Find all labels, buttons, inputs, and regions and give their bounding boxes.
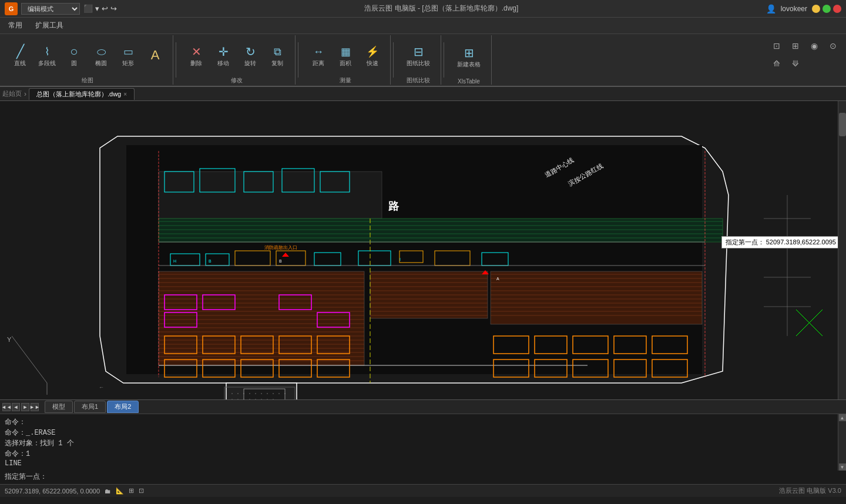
titlebar: G 编辑模式 ⬛ ▾ ↩ ↪ 浩辰云图 电脑版 - [总图（落上新地库轮廓）.d… — [0, 0, 846, 18]
maximize-button[interactable] — [822, 5, 831, 13]
tool-move[interactable]: ✛ 移动 — [210, 39, 236, 72]
xls-group-label: XlsTable — [458, 78, 480, 85]
doc-tab-main[interactable]: 总图（落上新地库轮廓）.dwg × — [29, 88, 135, 100]
titlebar-left: G 编辑模式 ⬛ ▾ ↩ ↪ — [5, 2, 117, 15]
tool-distance[interactable]: ↔ 距离 — [306, 39, 331, 72]
svg-text:消防疏散出入口: 消防疏散出入口 — [264, 245, 297, 250]
layout-tabbar: ◄◄ ◄ ► ►► 模型 布局1 布局2 — [0, 399, 846, 414]
scroll-up-btn[interactable]: ▲ — [839, 414, 846, 421]
canvas-vscroll[interactable] — [838, 101, 846, 399]
extra-btn-5[interactable]: ⟰ — [768, 55, 785, 72]
layout-tab-2[interactable]: 布局2 — [107, 401, 139, 413]
cmdline-input-row: 指定第一点： — [0, 471, 846, 484]
draw-tools: ╱ 直线 ⌇ 多段线 ○ 圆 ⬭ 椭圆 ▭ 矩形 — [7, 35, 168, 75]
toolbar-icon-4[interactable]: ↪ — [110, 4, 117, 13]
menu-common[interactable]: 常用 — [2, 19, 28, 32]
doc-tab-title: 总图（落上新地库轮廓）.dwg — [36, 90, 121, 99]
tool-newtable[interactable]: ⊞ 新建表格 — [451, 40, 486, 73]
svg-point-126 — [255, 393, 256, 394]
toolbar-icon-2[interactable]: ▾ — [95, 4, 99, 13]
separator-1 — [176, 42, 176, 78]
doc-tabbar: 起始页 › 总图（落上新地库轮廓）.dwg × — [0, 87, 846, 101]
tool-text[interactable]: A — [142, 39, 168, 72]
close-button[interactable] — [833, 5, 841, 13]
cmdline-area: 命令： 命令：_.ERASE 选择对象：找到 1 个 命令：1 LINE ▲ ▼… — [0, 414, 846, 484]
svg-point-128 — [267, 393, 268, 394]
menubar: 常用 扩展工具 — [0, 18, 846, 34]
tool-area[interactable]: ▦ 面积 — [333, 39, 358, 72]
polyline-label: 多段线 — [38, 60, 56, 67]
layout-tab-nav: ◄◄ ◄ ► ►► — [2, 403, 39, 411]
modify-tools: ✕ 删除 ✛ 移动 ↻ 旋转 ⧉ 复制 — [183, 35, 290, 75]
toolbar-icon-3[interactable]: ↩ — [102, 4, 108, 13]
canvas-scroll-thumb[interactable] — [839, 113, 846, 136]
cmd-line-5: 命令：1 — [5, 449, 833, 459]
minimize-button[interactable] — [812, 5, 820, 13]
extra-btn-6[interactable]: ⟱ — [787, 55, 804, 72]
menu-extend[interactable]: 扩展工具 — [29, 19, 69, 32]
ribbon-content: ╱ 直线 ⌇ 多段线 ○ 圆 ⬭ 椭圆 ▭ 矩形 — [0, 34, 846, 86]
svg-text:B: B — [279, 259, 282, 263]
measure-tools: ↔ 距离 ▦ 面积 ⚡ 快速 — [306, 35, 385, 75]
svg-rect-56 — [159, 219, 723, 242]
nav-last[interactable]: ►► — [31, 403, 39, 411]
tool-circle[interactable]: ○ 圆 — [61, 39, 87, 72]
layout-tab-model[interactable]: 模型 — [45, 401, 73, 413]
extra-btn-2[interactable]: ⊞ — [787, 38, 804, 54]
tool-polyline[interactable]: ⌇ 多段线 — [34, 39, 60, 72]
doc-tab-close[interactable]: × — [123, 91, 127, 98]
mode-selector[interactable]: 编辑模式 — [21, 3, 80, 15]
status-icon-2[interactable]: 📐 — [116, 487, 124, 495]
tool-rect[interactable]: ▭ 矩形 — [115, 39, 141, 72]
separator-4 — [444, 42, 444, 78]
ribbon-extras: ⊡ ⊞ ◉ ⊙ ⟰ ⟱ — [766, 35, 844, 85]
compare-label: 图纸比较 — [407, 60, 430, 67]
ellipse-icon: ⬭ — [93, 43, 109, 60]
nav-first[interactable]: ◄◄ — [2, 403, 11, 411]
tool-copy[interactable]: ⧉ 复制 — [264, 39, 290, 72]
svg-rect-55 — [159, 172, 382, 219]
ribbon-group-draw: ╱ 直线 ⌇ 多段线 ○ 圆 ⬭ 椭圆 ▭ 矩形 — [2, 35, 173, 85]
toolbar-icon-1[interactable]: ⬛ — [83, 4, 93, 13]
tool-rotate[interactable]: ↻ 旋转 — [237, 39, 263, 72]
cmdline-input[interactable] — [47, 473, 841, 481]
svg-rect-108 — [244, 389, 285, 399]
move-label: 移动 — [217, 60, 229, 67]
status-icon-4[interactable]: ⊡ — [139, 487, 144, 495]
cmd-line-2: 命令： — [5, 417, 833, 427]
nav-next[interactable]: ► — [21, 403, 29, 411]
status-icon-3[interactable]: ⊞ — [129, 487, 134, 495]
circle-icon: ○ — [66, 43, 82, 60]
rotate-icon: ↻ — [242, 43, 258, 60]
scroll-down-btn[interactable]: ▼ — [839, 463, 846, 471]
canvas-area[interactable]: 中 交 路 滨按公路红线 道路中心线 — [0, 101, 846, 399]
compare-icon: ⊟ — [410, 43, 427, 60]
ribbon: ╱ 直线 ⌇ 多段线 ○ 圆 ⬭ 椭圆 ▭ 矩形 — [0, 34, 846, 87]
extra-btn-4[interactable]: ⊙ — [825, 38, 841, 54]
rotate-label: 旋转 — [244, 60, 256, 67]
window-controls — [812, 5, 841, 13]
tool-quick[interactable]: ⚡ 快速 — [360, 39, 385, 72]
tool-line[interactable]: ╱ 直线 — [7, 39, 33, 72]
tool-ellipse[interactable]: ⬭ 椭圆 — [88, 39, 114, 72]
status-icon-1[interactable]: 🖿 — [105, 488, 111, 495]
tool-compare[interactable]: ⊟ 图纸比较 — [401, 39, 436, 72]
title-text: 浩辰云图 电脑版 - [总图（落上新地库轮廓）.dwg] — [117, 4, 766, 14]
coord-tooltip: 指定第一点： 52097.3189,65222.0095 — [721, 236, 840, 248]
statusbar-brand: 浩辰云图 电脑版 V3.0 — [779, 486, 841, 495]
nav-prev[interactable]: ◄ — [12, 403, 20, 411]
quick-label: 快速 — [367, 60, 378, 67]
layout-tab-1[interactable]: 布局1 — [74, 401, 106, 413]
cmdline-scrollbar[interactable]: ▲ ▼ — [838, 414, 846, 471]
extra-btn-3[interactable]: ◉ — [806, 38, 822, 54]
statusbar: 52097.3189, 65222.0095, 0.0000 🖿 📐 ⊞ ⊡ 浩… — [0, 484, 846, 497]
extra-btn-1[interactable]: ⊡ — [768, 38, 785, 54]
svg-text:路: 路 — [388, 200, 400, 212]
svg-point-123 — [237, 393, 239, 394]
tool-erase[interactable]: ✕ 删除 — [183, 39, 209, 72]
cmd-line-4: 选择对象：找到 1 个 — [5, 438, 833, 448]
coord-value: 52097.3189,65222.0095 — [766, 238, 836, 246]
svg-point-131 — [284, 393, 286, 394]
polyline-icon: ⌇ — [39, 43, 55, 60]
quick-icon: ⚡ — [364, 43, 381, 60]
